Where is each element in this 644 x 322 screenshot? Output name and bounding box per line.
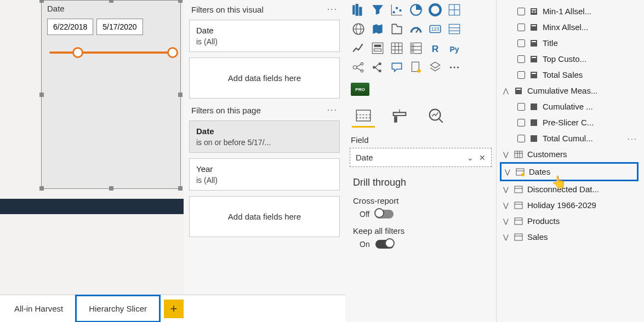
- add-fields-label: Add data fields here: [196, 202, 333, 231]
- kpi-icon[interactable]: [350, 39, 367, 57]
- svg-rect-41: [379, 70, 381, 72]
- field-remove-icon[interactable]: ✕: [479, 153, 486, 162]
- filter-name: Date: [196, 127, 333, 136]
- checkbox-icon[interactable]: [517, 135, 525, 142]
- date-start-input[interactable]: 6/22/2018: [47, 19, 93, 35]
- field-total-sales[interactable]: Total Sales: [500, 67, 644, 83]
- date-slider[interactable]: [49, 44, 173, 66]
- cross-report-toggle[interactable]: [375, 210, 394, 219]
- field-min1[interactable]: Min-1 Allsel...: [500, 3, 644, 19]
- shape-map-icon[interactable]: [388, 20, 406, 38]
- filter-value: is (All): [196, 176, 333, 185]
- keep-filters-toggle[interactable]: [375, 240, 394, 249]
- field-total-cumul[interactable]: Total Cumul...···: [500, 130, 644, 146]
- filters-visual-more-icon[interactable]: ···: [327, 4, 338, 14]
- field-pre-slicer[interactable]: Pre-Slicer C...: [500, 114, 644, 130]
- measure-icon: [529, 134, 538, 143]
- filter-card-year-page[interactable]: Year is (All): [189, 158, 340, 191]
- checkbox-icon[interactable]: [517, 119, 525, 127]
- field-chevron-icon[interactable]: ⌄: [467, 153, 474, 162]
- expand-icon[interactable]: ⋁: [502, 151, 510, 158]
- arcgis-icon[interactable]: [426, 59, 444, 76]
- table-sales[interactable]: ⋁Sales: [500, 229, 644, 245]
- slider-handle-end[interactable]: [167, 47, 178, 58]
- table-icon: [514, 185, 523, 194]
- map-icon[interactable]: [350, 20, 367, 38]
- add-page-filter-well[interactable]: Add data fields here: [189, 196, 340, 237]
- pro-badge[interactable]: PRO: [351, 83, 369, 96]
- table-products[interactable]: ⋁Products: [500, 213, 644, 229]
- field-cumulative[interactable]: Cumulative ...: [500, 99, 644, 114]
- add-visual-filter-well[interactable]: Add data fields here: [189, 58, 340, 99]
- filters-page-more-icon[interactable]: ···: [327, 105, 338, 115]
- table-icon: [514, 217, 523, 226]
- svg-line-55: [439, 118, 443, 122]
- svg-rect-62: [531, 40, 537, 47]
- svg-rect-73: [515, 151, 522, 158]
- fields-mode-button[interactable]: [352, 105, 375, 128]
- field-title[interactable]: Title: [500, 35, 644, 51]
- filters-pane: Filters on this visual ··· Date is (All)…: [184, 0, 345, 295]
- analytics-mode-button[interactable]: [424, 105, 447, 128]
- group-cumulative[interactable]: ⋀Cumulative Meas...: [500, 83, 644, 99]
- collapse-icon[interactable]: ⋀: [502, 87, 510, 95]
- checkbox-icon[interactable]: [517, 24, 525, 31]
- format-mode-button[interactable]: [388, 105, 411, 128]
- more-visuals-icon[interactable]: [446, 59, 463, 76]
- key-influencers-icon[interactable]: [350, 59, 367, 76]
- tab-all-in-harvest[interactable]: All-in Harvest: [2, 296, 75, 321]
- table-disconnected[interactable]: ⋁Disconnected Dat...: [500, 181, 644, 197]
- expand-icon[interactable]: ⋁: [502, 186, 510, 193]
- svg-line-42: [375, 64, 379, 68]
- r-visual-icon[interactable]: R: [426, 39, 444, 57]
- filled-map-icon[interactable]: [369, 20, 386, 38]
- matrix-icon[interactable]: [407, 39, 425, 57]
- svg-rect-65: [532, 57, 536, 58]
- field-well-value: Date: [356, 153, 373, 162]
- scatter-icon[interactable]: [388, 1, 406, 19]
- treemap-icon[interactable]: [446, 1, 463, 19]
- expand-icon[interactable]: ⋁: [502, 233, 510, 241]
- table-dates[interactable]: ⋁Dates: [500, 162, 639, 181]
- svg-rect-40: [379, 62, 381, 65]
- date-end-input[interactable]: 5/17/2020: [96, 19, 143, 35]
- checkbox-icon[interactable]: [517, 55, 525, 63]
- clustered-bar-icon[interactable]: [350, 1, 367, 19]
- measure-icon: [529, 23, 538, 32]
- filter-card-date-visual[interactable]: Date is (All): [189, 20, 340, 52]
- expand-icon[interactable]: ⋁: [502, 202, 510, 209]
- report-canvas[interactable]: Date 6/22/2018 5/17/2020: [0, 0, 184, 322]
- field-minx[interactable]: Minx Allsel...: [500, 19, 644, 35]
- keep-filters-state: On: [360, 240, 370, 249]
- funnel-icon[interactable]: [369, 1, 386, 19]
- table-customers[interactable]: ⋁Customers: [500, 146, 644, 162]
- pie-icon[interactable]: [407, 1, 425, 19]
- paginated-icon[interactable]: [407, 59, 425, 76]
- svg-rect-56: [531, 8, 537, 15]
- expand-icon[interactable]: ⋁: [504, 168, 511, 176]
- field-more-icon[interactable]: ···: [627, 134, 637, 143]
- qa-visual-icon[interactable]: [388, 59, 406, 76]
- checkbox-icon[interactable]: [517, 8, 525, 15]
- card-icon[interactable]: 123: [426, 20, 444, 38]
- add-page-button[interactable]: +: [164, 300, 184, 318]
- filter-card-date-page[interactable]: Date is on or before 5/17/...: [189, 120, 340, 153]
- table-icon[interactable]: [388, 39, 406, 57]
- decomposition-icon[interactable]: [369, 59, 386, 76]
- expand-icon[interactable]: ⋁: [502, 217, 510, 225]
- donut-icon[interactable]: [426, 1, 444, 19]
- checkbox-icon[interactable]: [517, 39, 525, 47]
- multi-card-icon[interactable]: [446, 20, 463, 38]
- checkbox-icon[interactable]: [517, 71, 525, 79]
- table-holiday[interactable]: ⋁Holiday 1966-2029: [500, 197, 644, 213]
- gauge-icon[interactable]: [407, 20, 425, 38]
- cross-report-label: Cross-report: [353, 196, 489, 205]
- slicer-icon[interactable]: [369, 39, 386, 57]
- py-visual-icon[interactable]: Py: [446, 39, 463, 57]
- field-well[interactable]: Date ⌄ ✕: [350, 148, 492, 167]
- tab-hierarchy-slicer[interactable]: Hierarchy Slicer: [75, 295, 161, 322]
- field-top-custo[interactable]: Top Custo...: [500, 51, 644, 67]
- slicer-visual[interactable]: Date 6/22/2018 5/17/2020: [41, 0, 181, 189]
- slider-handle-start[interactable]: [72, 47, 83, 58]
- checkbox-icon[interactable]: [517, 103, 525, 111]
